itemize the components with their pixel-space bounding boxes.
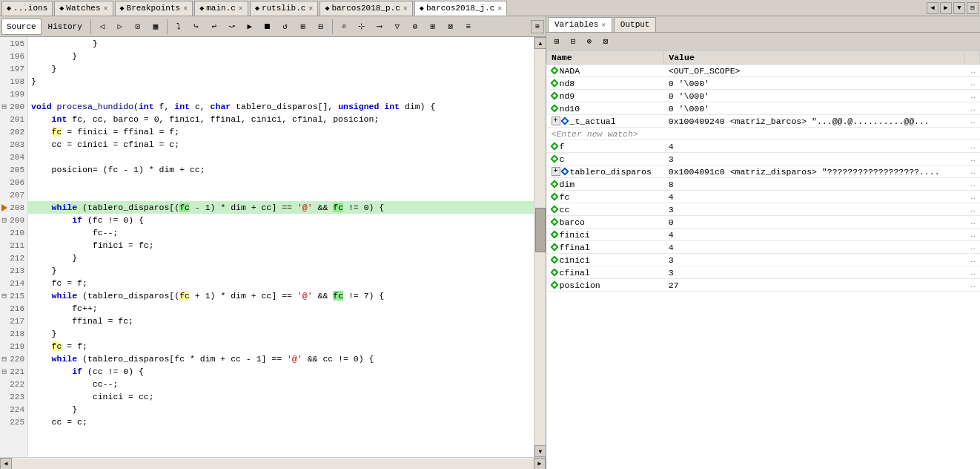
gutter-215[interactable]: ⊟215 — [0, 289, 27, 302]
var-ellipsis-fc[interactable]: … — [965, 191, 980, 203]
vertical-scrollbar[interactable]: ▲ ▼ — [534, 37, 546, 457]
var-row-nada[interactable]: NADA <OUT_OF_SCOPE> … — [547, 65, 980, 77]
var-ellipsis-tablero[interactable]: … — [965, 165, 980, 178]
var-row-nd9[interactable]: nd9 0 '\000' … — [547, 90, 980, 102]
hscroll-right-btn[interactable]: ▶ — [534, 458, 546, 470]
tb-more1-btn[interactable]: ⊞ — [295, 19, 311, 35]
var-collapse-btn[interactable]: ⊠ — [598, 34, 613, 49]
var-row-cfinal[interactable]: cfinal 3 … — [547, 266, 980, 279]
var-ellipsis-t-actual[interactable]: … — [965, 115, 980, 128]
variables-tab[interactable]: Variables ✕ — [548, 17, 612, 32]
tab-menu-btn[interactable]: ⊟ — [967, 2, 979, 14]
var-remove-btn[interactable]: ⊟ — [566, 34, 580, 49]
tb-goto-btn[interactable]: ⟶ — [371, 19, 388, 35]
close-watches-btn[interactable]: ✕ — [104, 4, 108, 13]
tb-misc-btn[interactable]: ≡ — [460, 19, 477, 35]
tab-rutslib-c[interactable]: ◆ rutslib.c ✕ — [250, 1, 318, 16]
tb-view2-btn[interactable]: ▦ — [148, 19, 164, 35]
tab-main-c[interactable]: ◆ main.c ✕ — [194, 1, 248, 16]
var-ellipsis-nd8[interactable]: … — [965, 77, 980, 90]
var-row-ffinal[interactable]: ffinal 4 … — [547, 241, 980, 254]
tb-return-btn[interactable]: ↩ — [206, 19, 222, 35]
tab-barcos-p-c[interactable]: ◆ barcos2018_p.c ✕ — [320, 1, 412, 16]
tb-bookmark-btn[interactable]: ⊹ — [354, 19, 370, 35]
next-tab-btn[interactable]: ▶ — [940, 2, 952, 14]
var-ellipsis-dim[interactable]: … — [965, 178, 980, 191]
var-row-barco[interactable]: barco 0 … — [547, 216, 980, 229]
tb-restart-btn[interactable]: ↺ — [277, 19, 294, 35]
tab-ions[interactable]: ◆ ...ions — [1, 1, 53, 16]
tb-asm-btn[interactable]: ⊞ — [425, 19, 441, 35]
var-row-posicion[interactable]: posicion 27 … — [547, 279, 980, 292]
scroll-thumb[interactable] — [535, 208, 546, 252]
close-rutslib-c-btn[interactable]: ✕ — [308, 4, 313, 13]
new-watch-input[interactable]: <Enter new watch> — [547, 128, 965, 140]
var-ellipsis-posicion[interactable]: … — [965, 279, 980, 292]
expand-tablero-disparos-btn[interactable]: + — [552, 167, 560, 176]
tb-more2-btn[interactable]: ⊟ — [313, 19, 329, 35]
scroll-down-btn[interactable]: ▼ — [534, 445, 546, 457]
var-row-nd8[interactable]: nd8 0 '\000' … — [547, 77, 980, 90]
var-name-finici: finici — [547, 229, 664, 241]
tb-hex-btn[interactable]: ⊠ — [443, 19, 459, 35]
scroll-track[interactable] — [534, 49, 546, 445]
variables-tab-close[interactable]: ✕ — [601, 21, 605, 29]
tb-next-btn[interactable]: ⤷ — [188, 19, 205, 35]
var-ellipsis-nd9[interactable]: … — [965, 90, 980, 102]
history-tab-btn[interactable]: History — [43, 19, 87, 35]
code-line-214: fc = f; — [28, 277, 534, 289]
close-barcos-p-c-btn[interactable]: ✕ — [403, 4, 408, 13]
tb-settings-btn[interactable]: ⚙ — [407, 19, 423, 35]
var-watch-btn[interactable]: ⊗ — [582, 34, 597, 49]
close-breakpoints-btn[interactable]: ✕ — [183, 4, 188, 13]
var-ellipsis-nd10[interactable]: … — [965, 102, 980, 115]
var-ellipsis-finici[interactable]: … — [965, 229, 980, 241]
tb-filter-btn[interactable]: ▽ — [389, 19, 405, 35]
var-ellipsis-ffinal[interactable]: … — [965, 241, 980, 254]
var-row-t-actual[interactable]: + _t_actual 0x100409240 <matriz_barcos> … — [547, 115, 980, 128]
tb-step-btn[interactable]: ⤵ — [170, 19, 187, 35]
tb-stop-btn[interactable]: ⏹ — [259, 19, 276, 35]
var-row-finici[interactable]: finici 4 … — [547, 229, 980, 241]
var-ellipsis-cc[interactable]: … — [965, 203, 980, 216]
var-ellipsis-barco[interactable]: … — [965, 216, 980, 229]
close-barcos-j-c-btn[interactable]: ✕ — [497, 4, 502, 13]
tb-back-btn[interactable]: ◁ — [94, 19, 110, 35]
scroll-up-btn[interactable]: ▲ — [534, 37, 546, 49]
expand-t-actual-btn[interactable]: + — [552, 117, 560, 125]
var-row-nd10[interactable]: nd10 0 '\000' … — [547, 102, 980, 115]
code-line-202: fc = finici = ffinal = f; — [28, 125, 534, 138]
var-ellipsis-c[interactable]: … — [965, 153, 980, 165]
var-row-cc[interactable]: cc 3 … — [547, 203, 980, 216]
var-row-f[interactable]: f 4 … — [547, 140, 980, 153]
var-ellipsis-cfinal[interactable]: … — [965, 266, 980, 279]
var-row-dim[interactable]: dim 8 … — [547, 178, 980, 191]
source-tab-btn[interactable]: Source — [1, 19, 42, 35]
tb-run-to-btn[interactable]: ⤻ — [224, 19, 240, 35]
var-row-tablero-disparos[interactable]: + tablero_disparos 0x1004091c0 <matriz_d… — [547, 165, 980, 178]
tb-cont-btn[interactable]: ▶ — [242, 19, 258, 35]
hscroll-left-btn[interactable]: ◀ — [0, 458, 12, 470]
var-row-cinici[interactable]: cinici 3 … — [547, 254, 980, 266]
tb-search-btn[interactable]: ⌕ — [336, 19, 352, 35]
tb-view-btn[interactable]: ⊡ — [130, 19, 146, 35]
gutter-208[interactable]: 208 — [0, 201, 27, 214]
var-ellipsis-cinici[interactable]: … — [965, 254, 980, 266]
prev-tab-btn[interactable]: ◀ — [927, 2, 938, 14]
output-tab[interactable]: Output — [614, 17, 657, 32]
close-main-c-btn[interactable]: ✕ — [239, 4, 243, 13]
horizontal-scrollbar[interactable]: ◀ ▶ — [0, 457, 546, 469]
tab-watches[interactable]: ◆ Watches ✕ — [54, 1, 113, 16]
var-row-c[interactable]: c 3 … — [547, 153, 980, 165]
var-row-fc[interactable]: fc 4 … — [547, 191, 980, 203]
tab-barcos-j-c[interactable]: ◆ barcos2018_j.c ✕ — [414, 1, 507, 16]
var-ellipsis-nada[interactable]: … — [965, 65, 980, 77]
var-add-btn[interactable]: ⊞ — [549, 34, 564, 49]
var-ellipsis-f[interactable]: … — [965, 140, 980, 153]
tab-breakpoints[interactable]: ◆ Breakpoints ✕ — [115, 1, 193, 16]
expand-panel-btn[interactable]: ⊞ — [531, 20, 544, 33]
hscroll-track[interactable] — [12, 459, 534, 469]
tab-list-btn[interactable]: ▼ — [953, 2, 965, 14]
tb-fwd-btn[interactable]: ▷ — [112, 19, 128, 35]
new-watch-row[interactable]: <Enter new watch> — [547, 128, 980, 140]
